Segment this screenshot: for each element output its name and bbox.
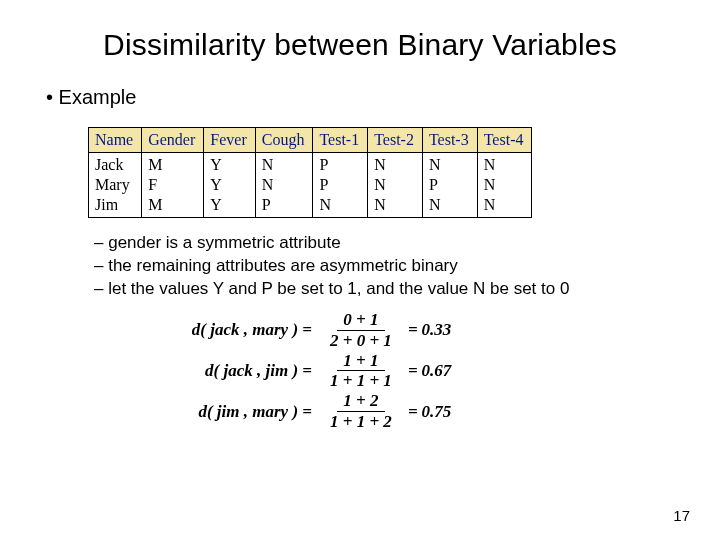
note-item: gender is a symmetric attribute — [94, 232, 680, 255]
fraction-denominator: 2 + 0 + 1 — [324, 331, 398, 350]
col-fever: Fever — [204, 128, 255, 153]
col-test2: Test-2 — [368, 128, 423, 153]
page-number: 17 — [673, 507, 690, 524]
equals-sign: = — [404, 320, 422, 340]
data-table-wrap: Name Gender Fever Cough Test-1 Test-2 Te… — [88, 127, 680, 218]
formula-result: 0.67 — [422, 361, 452, 381]
formulas-block: d( jack , mary ) = 0 + 1 2 + 0 + 1 = 0.3… — [170, 311, 680, 431]
cell-cough: NNP — [255, 153, 313, 218]
col-gender: Gender — [142, 128, 204, 153]
note-item: let the values Y and P be set to 1, and … — [94, 278, 680, 301]
note-item: the remaining attributes are asymmetric … — [94, 255, 680, 278]
cell-names: JackMaryJim — [89, 153, 142, 218]
slide-title: Dissimilarity between Binary Variables — [40, 28, 680, 62]
notes-list: gender is a symmetric attribute the rema… — [94, 232, 680, 301]
cell-test4: NNN — [477, 153, 532, 218]
cell-gender: MFM — [142, 153, 204, 218]
data-table: Name Gender Fever Cough Test-1 Test-2 Te… — [88, 127, 532, 218]
equals-sign: = — [404, 361, 422, 381]
fraction: 1 + 1 1 + 1 + 1 — [324, 352, 398, 391]
formula-lhs: d( jim , mary ) = — [170, 402, 318, 422]
table-body: JackMaryJim MFM YYY NNP PPN NNN NPN NNN — [89, 153, 532, 218]
cell-test1: PPN — [313, 153, 368, 218]
table-row: JackMaryJim MFM YYY NNP PPN NNN NPN NNN — [89, 153, 532, 218]
col-test3: Test-3 — [422, 128, 477, 153]
col-name: Name — [89, 128, 142, 153]
formula-result: 0.75 — [422, 402, 452, 422]
cell-test3: NPN — [422, 153, 477, 218]
fraction-numerator: 0 + 1 — [337, 311, 384, 331]
fraction-denominator: 1 + 1 + 1 — [324, 371, 398, 390]
example-bullet: Example — [46, 86, 680, 109]
table-header-row: Name Gender Fever Cough Test-1 Test-2 Te… — [89, 128, 532, 153]
col-test1: Test-1 — [313, 128, 368, 153]
col-cough: Cough — [255, 128, 313, 153]
fraction-numerator: 1 + 2 — [337, 392, 384, 412]
formula-result: 0.33 — [422, 320, 452, 340]
fraction: 0 + 1 2 + 0 + 1 — [324, 311, 398, 350]
equals-sign: = — [404, 402, 422, 422]
formula-lhs: d( jack , jim ) = — [170, 361, 318, 381]
cell-test2: NNN — [368, 153, 423, 218]
fraction-numerator: 1 + 1 — [337, 352, 384, 372]
formula-row: d( jim , mary ) = 1 + 2 1 + 1 + 2 = 0.75 — [170, 392, 680, 431]
fraction: 1 + 2 1 + 1 + 2 — [324, 392, 398, 431]
fraction-denominator: 1 + 1 + 2 — [324, 412, 398, 431]
col-test4: Test-4 — [477, 128, 532, 153]
formula-lhs: d( jack , mary ) = — [170, 320, 318, 340]
formula-row: d( jack , jim ) = 1 + 1 1 + 1 + 1 = 0.67 — [170, 352, 680, 391]
cell-fever: YYY — [204, 153, 255, 218]
formula-row: d( jack , mary ) = 0 + 1 2 + 0 + 1 = 0.3… — [170, 311, 680, 350]
